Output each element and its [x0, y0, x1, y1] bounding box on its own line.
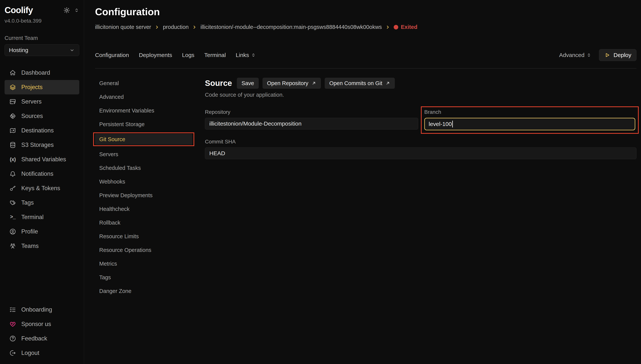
open-repository-label: Open Repository	[267, 80, 309, 86]
branch-input[interactable]: level-100	[424, 118, 635, 130]
open-commits-button[interactable]: Open Commits on Git	[325, 78, 395, 89]
text-caret	[452, 121, 453, 128]
sidebar-item-sponsor[interactable]: Sponsor us	[5, 317, 79, 331]
sidebar-item-terminal[interactable]: >_ Terminal	[5, 210, 79, 224]
open-repository-button[interactable]: Open Repository	[263, 78, 321, 89]
sidebar-item-label: Tags	[21, 199, 34, 206]
subnav-item-git-source[interactable]: Git Source	[95, 134, 192, 145]
play-icon	[604, 52, 610, 58]
breadcrumb-resource[interactable]: illicitestonion/-module--decomposition:m…	[200, 24, 382, 30]
sidebar: Coolify v4.0.0-beta.399 Current Team Hos…	[0, 0, 84, 364]
external-link-icon	[311, 81, 316, 86]
page-title: Configuration	[95, 6, 636, 18]
open-commits-label: Open Commits on Git	[329, 80, 382, 86]
variable-icon: (x)	[10, 156, 16, 162]
updown-chevrons-icon	[251, 52, 256, 58]
breadcrumb-project[interactable]: illicitonion quote server	[95, 24, 151, 30]
subnav-item-servers[interactable]: Servers	[95, 149, 194, 160]
sidebar-item-label: Teams	[21, 242, 39, 250]
sidebar-item-label: Sponsor us	[21, 321, 51, 328]
updown-chevrons-icon	[586, 52, 591, 58]
user-circle-icon	[10, 228, 16, 235]
heart-icon	[10, 321, 16, 327]
commit-sha-label: Commit SHA	[205, 139, 636, 145]
tab-terminal[interactable]: Terminal	[204, 52, 226, 58]
sidebar-item-s3-storages[interactable]: S3 Storages	[5, 138, 79, 152]
breadcrumb: illicitonion quote server production ill…	[95, 24, 636, 30]
subnav-item-environment-variables[interactable]: Environment Variables	[95, 105, 194, 116]
branch-label: Branch	[424, 109, 635, 115]
sidebar-nav: Dashboard Projects Servers Sources Desti…	[5, 66, 79, 253]
server-icon	[10, 98, 16, 105]
sidebar-item-label: Feedback	[21, 335, 47, 342]
sidebar-item-label: S3 Storages	[21, 142, 54, 148]
sidebar-item-notifications[interactable]: Notifications	[5, 166, 79, 181]
tabs-divider	[95, 68, 636, 68]
subnav-item-advanced[interactable]: Advanced	[95, 92, 194, 102]
status-badge: Exited	[394, 24, 417, 30]
sidebar-item-destinations[interactable]: Destinations	[5, 123, 79, 138]
sidebar-item-sources[interactable]: Sources	[5, 109, 79, 123]
tab-configuration[interactable]: Configuration	[95, 52, 129, 58]
subnav-item-preview-deployments[interactable]: Preview Deployments	[95, 190, 194, 201]
chevron-down-icon	[69, 47, 75, 53]
tabs-bar: Configuration Deployments Logs Terminal …	[95, 49, 636, 61]
sidebar-item-dashboard[interactable]: Dashboard	[5, 66, 79, 80]
sidebar-item-label: Profile	[21, 228, 38, 235]
sidebar-item-label: Dashboard	[21, 69, 50, 76]
theme-select-chevrons-icon[interactable]	[74, 8, 79, 13]
external-link-icon	[385, 81, 390, 86]
subnav-item-healthcheck[interactable]: Healthcheck	[95, 204, 194, 214]
sidebar-item-onboarding[interactable]: Onboarding	[5, 302, 79, 317]
sidebar-item-label: Destinations	[21, 127, 54, 134]
users-icon	[10, 243, 16, 249]
subnav-item-resource-limits[interactable]: Resource Limits	[95, 231, 194, 242]
git-source-icon	[10, 113, 16, 119]
status-text: Exited	[401, 24, 417, 30]
subnav-item-resource-operations[interactable]: Resource Operations	[95, 244, 194, 256]
home-icon	[10, 70, 16, 76]
settings-subnav: General Advanced Environment Variables P…	[95, 78, 194, 299]
tab-links-label: Links	[236, 52, 249, 58]
deploy-button[interactable]: Deploy	[599, 49, 636, 61]
sidebar-item-projects[interactable]: Projects	[5, 80, 79, 94]
sidebar-item-tags[interactable]: Tags	[5, 196, 79, 210]
tab-links[interactable]: Links	[236, 52, 256, 58]
sidebar-item-label: Notifications	[21, 170, 54, 177]
sun-icon[interactable]	[63, 7, 70, 14]
subnav-item-metrics[interactable]: Metrics	[95, 258, 194, 269]
tab-logs[interactable]: Logs	[182, 52, 195, 58]
breadcrumb-environment[interactable]: production	[163, 24, 189, 30]
key-icon	[10, 185, 16, 192]
sidebar-item-logout[interactable]: Logout	[5, 346, 79, 360]
repository-input[interactable]	[205, 118, 418, 130]
subnav-item-danger-zone[interactable]: Danger Zone	[95, 286, 194, 296]
bell-icon	[10, 170, 16, 177]
save-button[interactable]: Save	[237, 78, 259, 89]
subnav-item-persistent-storage[interactable]: Persistent Storage	[95, 119, 194, 130]
subnav-item-general[interactable]: General	[95, 78, 194, 89]
sidebar-footer-nav: Onboarding Sponsor us Feedback Logout	[5, 302, 79, 360]
sidebar-item-shared-variables[interactable]: (x) Shared Variables	[5, 152, 79, 166]
annotation-box-branch: Branch level-100	[421, 106, 639, 134]
status-dot-icon	[394, 25, 398, 30]
sidebar-item-label: Projects	[21, 84, 43, 90]
logout-icon	[10, 350, 16, 356]
team-select[interactable]: Hosting	[5, 44, 79, 56]
subnav-item-scheduled-tasks[interactable]: Scheduled Tasks	[95, 162, 194, 174]
subnav-item-rollback[interactable]: Rollback	[95, 217, 194, 228]
sidebar-item-profile[interactable]: Profile	[5, 224, 79, 239]
commit-sha-input[interactable]	[205, 148, 636, 159]
advanced-select[interactable]: Advanced	[559, 52, 591, 58]
subnav-item-webhooks[interactable]: Webhooks	[95, 176, 194, 187]
advanced-label: Advanced	[559, 52, 584, 58]
repository-field: Repository	[205, 109, 418, 130]
subnav-item-tags[interactable]: Tags	[95, 272, 194, 283]
sidebar-item-teams[interactable]: Teams	[5, 239, 79, 253]
sidebar-item-feedback[interactable]: Feedback	[5, 331, 79, 346]
chevron-right-icon	[385, 25, 390, 30]
sidebar-item-keys-tokens[interactable]: Keys & Tokens	[5, 181, 79, 196]
tab-deployments[interactable]: Deployments	[139, 52, 172, 58]
sidebar-item-servers[interactable]: Servers	[5, 94, 79, 109]
chevron-right-icon	[155, 25, 160, 30]
